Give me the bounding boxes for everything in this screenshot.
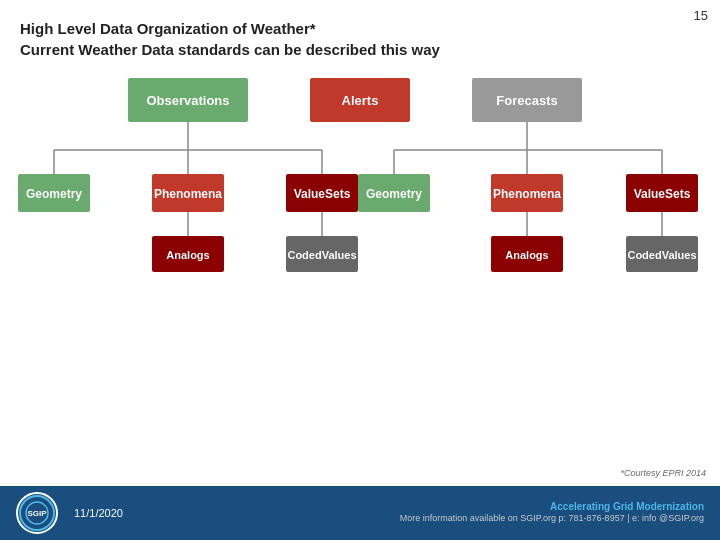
diagram-svg: Observations Geometry Phenomena ValueSet… — [14, 78, 706, 358]
footer: SGIP 11/1/2020 Accelerating Grid Moderni… — [0, 486, 720, 540]
svg-text:ValueSets: ValueSets — [294, 187, 351, 201]
page-number: 15 — [694, 8, 708, 23]
svg-text:Geometry: Geometry — [366, 187, 422, 201]
footer-tagline: Accelerating Grid Modernization — [400, 501, 704, 512]
courtesy-note: *Courtesy EPRI 2014 — [620, 468, 706, 478]
svg-text:Analogs: Analogs — [166, 249, 209, 261]
svg-text:Forecasts: Forecasts — [496, 93, 557, 108]
svg-text:CodedValues: CodedValues — [287, 249, 356, 261]
page-title: High Level Data Organization of Weather*… — [20, 18, 700, 60]
svg-text:Phenomena: Phenomena — [154, 187, 222, 201]
observations-label: Observations — [146, 93, 229, 108]
header: High Level Data Organization of Weather*… — [0, 0, 720, 60]
footer-contact: More information available on SGIP.org p… — [400, 512, 704, 526]
logo: SGIP — [16, 492, 58, 534]
footer-date: 11/1/2020 — [74, 507, 134, 519]
svg-text:Analogs: Analogs — [505, 249, 548, 261]
footer-info: Accelerating Grid Modernization More inf… — [400, 501, 704, 526]
svg-text:Phenomena: Phenomena — [493, 187, 561, 201]
svg-text:Geometry: Geometry — [26, 187, 82, 201]
svg-text:CodedValues: CodedValues — [627, 249, 696, 261]
svg-text:ValueSets: ValueSets — [634, 187, 691, 201]
svg-text:Alerts: Alerts — [342, 93, 379, 108]
svg-text:SGIP: SGIP — [27, 509, 47, 518]
